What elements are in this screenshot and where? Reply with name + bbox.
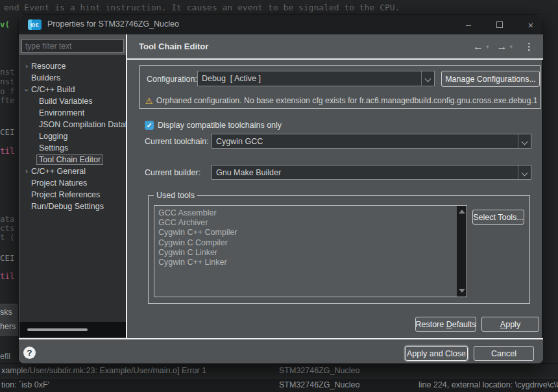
current-toolchain-value: Cygwin GCC <box>212 137 518 146</box>
sidebar-item-builders[interactable]: Builders <box>19 73 126 84</box>
app-icon: IDE <box>28 19 42 30</box>
properties-dialog: IDE Properties for STM32746ZG_Nucleo – ×… <box>18 14 542 363</box>
sidebar-item-cpp-build[interactable]: › C/C++ Build <box>19 84 126 96</box>
chevron-down-icon[interactable] <box>518 134 531 148</box>
editor-code-line: end Event is a hint instruction. It caus… <box>4 3 400 12</box>
used-tools-legend: Used tools <box>154 191 197 200</box>
button-label: Select Tools... <box>473 213 524 222</box>
minimize-icon: – <box>466 19 471 30</box>
console-project-name: STM32746ZG_Nucleo <box>279 366 359 375</box>
forward-dropdown-icon[interactable]: ▾ <box>509 43 513 50</box>
editor-code-fragment: o f <box>0 86 15 96</box>
used-tools-list[interactable]: GCC Assembler GCC Archiver Cygwin C++ Co… <box>154 205 467 297</box>
configuration-label: Configuration: <box>147 75 197 84</box>
maximize-button[interactable] <box>489 15 511 34</box>
chevron-down-icon[interactable] <box>421 71 434 86</box>
button-label: Apply <box>500 320 520 329</box>
compatible-toolchains-checkbox[interactable]: ✓ <box>145 121 154 130</box>
current-builder-select[interactable]: Gnu Make Builder <box>212 165 531 180</box>
sidebar-item-run-debug-settings[interactable]: Run/Debug Settings <box>19 201 126 213</box>
console-project-name: STM32746ZG_Nucleo <box>279 380 359 389</box>
list-item[interactable]: Cygwin C++ Linker <box>158 258 467 267</box>
sidebar-item-build-variables[interactable]: Build Variables <box>19 96 126 108</box>
apply-button[interactable]: Apply <box>481 317 539 332</box>
compatible-toolchains-label[interactable]: Display compatible toolchains only <box>158 121 282 130</box>
editor-code-fragment: CEI <box>0 127 15 137</box>
button-label: Apply and Close <box>407 349 466 358</box>
background-view-label: hers <box>0 322 16 331</box>
chevron-right-icon[interactable]: › <box>23 62 30 71</box>
console-error-text: tion: `isb 0xF' <box>1 380 49 389</box>
tree-label: Project Natures <box>31 178 87 188</box>
horizontal-scrollbar[interactable] <box>19 322 126 337</box>
screen: end Event is a hint instruction. It caus… <box>0 0 558 392</box>
minimize-button[interactable]: – <box>457 15 479 34</box>
sidebar-item-resource[interactable]: › Resource <box>19 61 126 73</box>
list-item[interactable]: Cygwin C++ Compiler <box>158 228 467 238</box>
tree-label: C/C++ Build <box>31 85 75 94</box>
dialog-titlebar[interactable]: IDE Properties for STM32746ZG_Nucleo – × <box>19 15 542 34</box>
current-builder-label: Current builder: <box>145 168 200 177</box>
restore-defaults-button[interactable]: Restore Defaults <box>415 317 476 332</box>
apply-and-close-button[interactable]: Apply and Close <box>405 346 468 361</box>
vertical-scrollbar[interactable] <box>457 206 467 297</box>
filter-input[interactable] <box>21 39 124 53</box>
used-tools-group: Used tools GCC Assembler GCC Archiver Cy… <box>148 195 530 304</box>
tree-label: Project References <box>31 190 100 199</box>
background-view-label: efil <box>0 352 10 361</box>
sidebar-item-settings[interactable]: Settings <box>19 143 126 154</box>
help-icon: ? <box>27 348 32 358</box>
list-item[interactable]: GCC Archiver <box>158 218 467 228</box>
back-dropdown-icon[interactable]: ▾ <box>486 43 489 50</box>
chevron-right-icon[interactable]: › <box>23 167 30 176</box>
list-item[interactable]: GCC Assembler <box>158 208 467 218</box>
console-error-row: tion: `isb 0xF' STM32746ZG_Nucleo line 2… <box>0 378 558 392</box>
sidebar-item-json-compilation-database[interactable]: JSON Compilation Datab <box>19 119 126 131</box>
scroll-down-icon[interactable] <box>459 289 465 293</box>
editor-code-fragment: CEI <box>0 253 15 263</box>
console-error-text: xample/User/subdir.mk:23: Example/User/m… <box>1 366 206 375</box>
editor-code-fragment: til <box>0 146 15 156</box>
console-location-text: line 224, external location: \cygdrive\c… <box>418 380 558 389</box>
chevron-down-icon[interactable] <box>518 165 531 179</box>
current-toolchain-select[interactable]: Cygwin GCC <box>212 134 531 149</box>
chevron-down-icon[interactable]: › <box>22 87 31 93</box>
tree-label: C/C++ General <box>31 167 86 176</box>
tree-label: Resource <box>31 62 66 71</box>
list-item[interactable]: Cygwin C Linker <box>158 248 467 258</box>
page-title: Tool Chain Editor <box>139 42 208 51</box>
current-builder-value: Gnu Make Builder <box>212 168 518 177</box>
forward-icon[interactable]: → <box>496 42 507 52</box>
check-icon: ✓ <box>146 121 152 130</box>
sidebar-item-cpp-general[interactable]: › C/C++ General <box>19 166 126 178</box>
back-icon[interactable]: ← <box>473 42 483 52</box>
sidebar-item-environment[interactable]: Environment <box>19 108 126 119</box>
select-tools-button[interactable]: Select Tools... <box>472 210 524 225</box>
configuration-select[interactable]: Debug [ Active ] <box>197 71 435 86</box>
close-button[interactable]: × <box>520 15 542 34</box>
tree-label: Tool Chain Editor <box>36 154 103 165</box>
scrollbar-thumb[interactable] <box>27 328 88 331</box>
tree-label: Logging <box>39 132 68 141</box>
tree-label: Run/Debug Settings <box>31 202 104 211</box>
warning-text: Orphaned configuration. No base extensio… <box>156 96 537 105</box>
dialog-title: Properties for STM32746ZG_Nucleo <box>47 19 179 29</box>
editor-code-fragment: fte <box>0 95 15 105</box>
tree-label: Environment <box>39 108 84 117</box>
sidebar-item-tool-chain-editor[interactable]: Tool Chain Editor <box>19 154 126 166</box>
editor-code-fragment: ata <box>0 214 15 224</box>
cancel-button[interactable]: Cancel <box>474 346 534 361</box>
page-header: Tool Chain Editor ← ▾ → ▾ ⋮ <box>127 34 543 58</box>
help-button[interactable]: ? <box>23 347 36 359</box>
orphaned-config-warning: ⚠Orphaned configuration. No base extensi… <box>145 94 537 106</box>
sidebar-item-logging[interactable]: Logging <box>19 131 126 143</box>
scroll-up-icon[interactable] <box>459 210 465 214</box>
list-item[interactable]: Cygwin C Compiler <box>158 238 467 248</box>
sidebar-item-project-natures[interactable]: Project Natures <box>19 178 126 190</box>
manage-configurations-button[interactable]: Manage Configurations... <box>441 71 540 87</box>
configuration-group: Configuration: Debug [ Active ] Manage C… <box>140 65 540 109</box>
header-nav: ← ▾ → ▾ ⋮ <box>473 41 534 53</box>
view-menu-icon[interactable]: ⋮ <box>524 41 534 53</box>
sidebar-item-project-references[interactable]: Project References <box>19 190 126 201</box>
editor-code-fragment: t ( <box>0 232 15 242</box>
